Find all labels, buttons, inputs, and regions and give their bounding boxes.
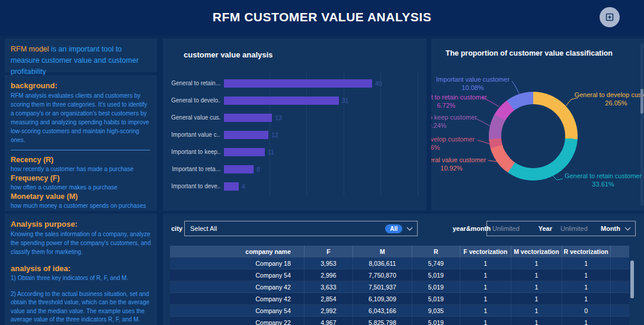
table-cell: 2,992 bbox=[304, 305, 353, 317]
background-card: background: RFM analysis evaluates clien… bbox=[5, 75, 157, 211]
table-header-cell[interactable]: R vectorization bbox=[562, 246, 610, 258]
bar-category-label: General to develo... bbox=[171, 97, 220, 104]
grid-plus-icon bbox=[605, 12, 614, 22]
table-cell: 1 bbox=[460, 317, 511, 325]
layout-settings-button[interactable] bbox=[600, 7, 620, 27]
table-row[interactable]: Company 423,6337,501,9375,019111 bbox=[170, 281, 629, 293]
bar-row: General to retain...40 bbox=[171, 75, 421, 92]
idea-item: 2) According to the actual business situ… bbox=[11, 290, 151, 324]
table-cell: 1 bbox=[562, 281, 610, 293]
bar-row: Important to deve...4 bbox=[171, 178, 421, 195]
bar[interactable] bbox=[224, 165, 254, 173]
donut-slice-pct: 10.08% bbox=[431, 83, 523, 92]
table-row[interactable]: Company 542,9967,750,8705,019111 bbox=[170, 269, 629, 281]
rfm-metric: Monetary value (M)how much money a custo… bbox=[11, 192, 151, 210]
rfm-metrics-list: Recency (R)how recently a customer has m… bbox=[11, 155, 151, 210]
bar-row: Important value c...12 bbox=[171, 126, 421, 143]
bar-row: Important to keep...11 bbox=[171, 143, 421, 160]
donut-scrollbar-thumb[interactable] bbox=[640, 89, 643, 114]
analysis-idea-list: 1) Obtain three key indicators of R, F, … bbox=[11, 274, 151, 325]
donut-slice-pct: 10.92% bbox=[431, 164, 511, 172]
bar-row: General value cus...13 bbox=[171, 109, 421, 126]
bar-category-label: Important to deve... bbox=[171, 183, 220, 189]
table-cell: 5,749 bbox=[412, 258, 460, 269]
rfm-metric: Frequency (F)how often a customer makes … bbox=[11, 173, 151, 191]
table-cell: Company 54 bbox=[170, 305, 304, 317]
yearmonth-input[interactable]: Unlimited Year Unlimited Month bbox=[486, 221, 636, 236]
bar-category-label: Important to keep... bbox=[171, 149, 220, 155]
table-row[interactable]: Company 422,8546,109,3095,019111 bbox=[170, 293, 629, 305]
donut-slice-pct: 26.05% bbox=[572, 99, 644, 107]
table-header-cell[interactable]: F bbox=[304, 246, 353, 258]
month-label: Month bbox=[601, 225, 620, 232]
table-cell: 6,043,166 bbox=[353, 305, 412, 317]
table-cell: 3,953 bbox=[304, 258, 353, 269]
table-header-cell[interactable]: F vectorization bbox=[460, 246, 511, 258]
bar[interactable] bbox=[224, 131, 268, 139]
chevron-down-icon bbox=[625, 225, 631, 231]
background-body: RFM analysis evaluates clients and custo… bbox=[11, 91, 151, 144]
background-heading: background: bbox=[11, 81, 151, 90]
table-header-cell[interactable]: M vectorization bbox=[511, 246, 562, 258]
page-title: RFM CUSTOMER VALUE ANALYSIS bbox=[0, 10, 644, 24]
table-cell: 8,036,611 bbox=[353, 258, 412, 269]
bar-value-label: 31 bbox=[342, 97, 349, 104]
bar-value-label: 8 bbox=[257, 166, 260, 173]
city-dropdown[interactable]: Select All All bbox=[184, 221, 418, 236]
year-placeholder: Unlimited bbox=[492, 225, 520, 232]
table-row[interactable]: Company 224,9675,825,7985,019111 bbox=[170, 317, 629, 325]
bar-category-label: Important value c... bbox=[171, 131, 220, 138]
year-label: Year bbox=[539, 225, 552, 232]
table-cell: Company 22 bbox=[170, 317, 304, 325]
donut-slice-label: Important to develop customer3.36% bbox=[431, 135, 490, 152]
table-cell: 7,501,937 bbox=[353, 281, 412, 293]
bar[interactable] bbox=[224, 182, 239, 191]
table-panel: city Select All All year&month Unlimited… bbox=[163, 214, 644, 325]
table-cell: Company 54 bbox=[170, 269, 304, 281]
bar-chart-panel: customer value analysis General to retai… bbox=[163, 38, 427, 211]
bar-value-label: 4 bbox=[242, 183, 245, 190]
table-header-cell[interactable]: R bbox=[412, 246, 460, 258]
donut-slice-pct: 9.24% bbox=[431, 121, 496, 130]
dashboard-canvas: RFM CUSTOMER VALUE ANALYSIS RFM model is… bbox=[0, 0, 644, 325]
donut-slice-name: General to develop customer bbox=[572, 91, 644, 99]
table-cell: 3,633 bbox=[304, 281, 353, 293]
table-cell: Company 18 bbox=[170, 258, 304, 269]
rfm-intro-card: RFM model is an important tool to measur… bbox=[5, 38, 157, 72]
table-cell: 1 bbox=[511, 269, 562, 281]
donut-slice-label: General to develop customer26.05% bbox=[572, 91, 644, 107]
donut-scrollbar-track bbox=[640, 43, 643, 206]
table-cell: 1 bbox=[511, 258, 562, 269]
table-cell: 1 bbox=[460, 258, 511, 269]
table-scrollbar-thumb[interactable] bbox=[630, 260, 634, 298]
table-cell: 1 bbox=[562, 258, 610, 269]
table-row[interactable]: Company 542,9926,043,1669,035110 bbox=[170, 305, 629, 317]
metric-definition: how often a customer makes a purchase bbox=[11, 184, 151, 191]
bar[interactable] bbox=[224, 79, 372, 88]
table-cell: 1 bbox=[511, 281, 562, 293]
bar[interactable] bbox=[224, 96, 339, 105]
donut-slice-name: Important to develop customer bbox=[431, 135, 490, 143]
table-cell bbox=[610, 293, 629, 305]
table-header-cell[interactable]: M bbox=[353, 246, 412, 258]
table-cell: 1 bbox=[511, 293, 562, 305]
table-row[interactable]: Company 183,9538,036,6115,749111 bbox=[170, 258, 629, 269]
metric-term: Monetary value (M) bbox=[11, 192, 151, 202]
metric-definition: how recently a customer has made a purch… bbox=[11, 165, 151, 173]
donut-chart-panel: The proportion of customer value classif… bbox=[431, 38, 644, 211]
table-cell bbox=[610, 269, 629, 281]
table-cell: 1 bbox=[562, 269, 610, 281]
donut-slice-label: Important value customer10.08% bbox=[431, 75, 523, 92]
bar-value-label: 11 bbox=[268, 149, 274, 156]
bar[interactable] bbox=[224, 114, 272, 122]
table-cell: 1 bbox=[460, 293, 511, 305]
yearmonth-filter-label: year&month bbox=[453, 225, 491, 232]
table-header-cell[interactable]: company name bbox=[170, 246, 304, 258]
city-dropdown-value: Select All bbox=[190, 225, 385, 232]
table-header-cell[interactable] bbox=[610, 246, 629, 258]
bar[interactable] bbox=[224, 148, 265, 156]
table-header-row: company nameFMRF vectorizationM vectoriz… bbox=[170, 246, 629, 258]
table-cell: 5,019 bbox=[412, 269, 460, 281]
bar-category-label: General value cus... bbox=[171, 114, 220, 121]
donut-hole bbox=[501, 104, 565, 168]
